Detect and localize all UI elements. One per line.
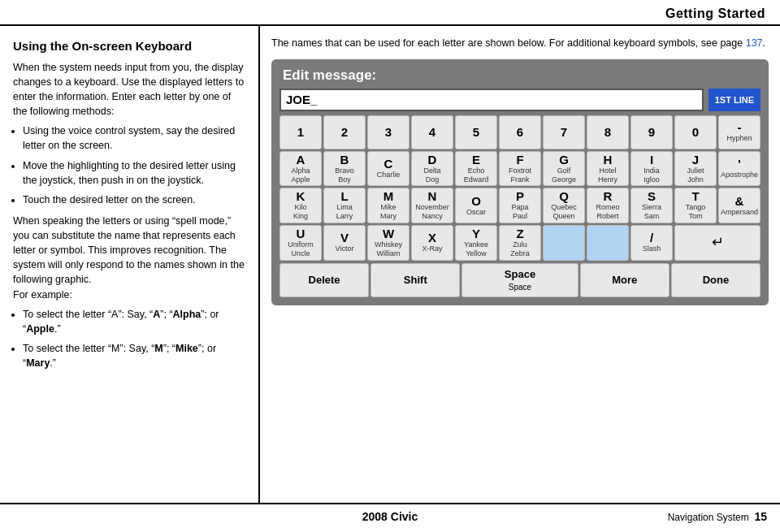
key-blank-1[interactable]: [543, 225, 585, 261]
shift-button[interactable]: Shift: [370, 263, 460, 297]
key-R[interactable]: R Romeo Robert: [587, 188, 629, 223]
spell-mode-text: When speaking the letters or using “spel…: [13, 214, 245, 302]
key-P[interactable]: P Papa Paul: [499, 188, 541, 223]
key-slash[interactable]: / Slash: [630, 225, 673, 261]
key-I[interactable]: I India Igloo: [630, 151, 673, 187]
key-8[interactable]: 8: [587, 115, 629, 149]
key-3[interactable]: 3: [367, 115, 410, 149]
example-list: To select the letter “A”: Say, “A”; “Alp…: [23, 307, 245, 371]
key-S[interactable]: S Sierra Sam: [630, 188, 673, 223]
list-item: Touch the desired letter on the screen.: [23, 192, 245, 207]
footer-center: 2008 Civic: [362, 510, 418, 523]
key-T[interactable]: T Tango Tom: [674, 188, 717, 223]
more-button[interactable]: More: [580, 263, 670, 297]
page-header: Getting Started: [0, 0, 780, 26]
letter-row-2: K Kilo King L Lima Larry M Mike Mary N N…: [280, 188, 760, 223]
key-N[interactable]: N November Nancy: [411, 188, 453, 223]
action-row: Delete Shift SpaceSpace More Done: [280, 263, 760, 297]
key-0[interactable]: 0: [674, 115, 717, 149]
key-W[interactable]: W Whiskey William: [367, 225, 410, 261]
left-intro: When the system needs input from you, th…: [13, 60, 245, 119]
key-A[interactable]: A Alpha Apple: [280, 151, 322, 187]
description-text: The names that can be used for each lett…: [271, 36, 769, 51]
list-item: To select the letter “A”: Say, “A”; “Alp…: [23, 307, 245, 336]
key-U[interactable]: U Uniform Uncle: [280, 225, 322, 261]
key-blank-2[interactable]: [587, 225, 629, 261]
key-C[interactable]: C Charlie: [367, 151, 410, 187]
key-enter[interactable]: ↵: [674, 225, 760, 261]
key-F[interactable]: F Foxtrot Frank: [499, 151, 541, 187]
key-1[interactable]: 1: [280, 115, 322, 149]
done-button[interactable]: Done: [671, 263, 760, 297]
list-item: Using the voice control system, say the …: [23, 123, 245, 153]
list-item: Move the highlighting to the desired let…: [23, 158, 245, 188]
key-7[interactable]: 7: [543, 115, 585, 149]
page-footer: 2008 Civic Navigation System 15: [0, 503, 780, 529]
key-Y[interactable]: Y Yankee Yellow: [455, 225, 497, 261]
key-apostrophe[interactable]: ' Apostrophe: [718, 151, 760, 187]
key-H[interactable]: H Hotel Henry: [587, 151, 629, 187]
page-link[interactable]: 137: [746, 37, 763, 49]
key-J[interactable]: J Juliet John: [674, 151, 717, 187]
bullet-list: Using the voice control system, say the …: [23, 123, 245, 207]
keyboard-title: Edit message:: [280, 67, 760, 84]
key-Q[interactable]: Q Quebec Queen: [543, 188, 585, 223]
key-X[interactable]: X X-Ray: [411, 225, 453, 261]
key-Z[interactable]: Z Zulu Zebra: [499, 225, 541, 261]
key-9[interactable]: 9: [630, 115, 673, 149]
page-title: Getting Started: [665, 6, 765, 20]
space-button[interactable]: SpaceSpace: [462, 263, 578, 297]
keyboard-container: Edit message: JOE_ 1ST LINE 1 2 3 4 5 6 …: [271, 59, 769, 305]
line-badge: 1ST LINE: [708, 89, 760, 111]
key-4[interactable]: 4: [411, 115, 453, 149]
main-content: Using the On-screen Keyboard When the sy…: [0, 26, 780, 503]
key-G[interactable]: G Golf George: [543, 151, 585, 187]
key-6[interactable]: 6: [499, 115, 541, 149]
list-item: To select the letter “M”: Say, “M”; “Mik…: [23, 341, 245, 370]
key-B[interactable]: B Bravo Boy: [323, 151, 366, 187]
key-E[interactable]: E Echo Edward: [455, 151, 497, 187]
letter-row-3: U Uniform Uncle V Victor W Whiskey Willi…: [280, 225, 760, 261]
number-row: 1 2 3 4 5 6 7 8 9 0 - Hyphen: [280, 115, 760, 149]
key-hyphen[interactable]: - Hyphen: [718, 115, 760, 149]
input-row: JOE_ 1ST LINE: [280, 89, 760, 111]
key-O[interactable]: O Oscar: [455, 188, 497, 223]
left-panel: Using the On-screen Keyboard When the sy…: [0, 26, 260, 503]
key-ampersand[interactable]: & Ampersand: [718, 188, 760, 223]
letter-row-1: A Alpha Apple B Bravo Boy C Charlie D De…: [280, 151, 760, 187]
key-D[interactable]: D Delta Dog: [411, 151, 453, 187]
delete-button[interactable]: Delete: [280, 263, 369, 297]
key-L[interactable]: L Lima Larry: [323, 188, 366, 223]
right-panel: The names that can be used for each lett…: [260, 26, 780, 503]
footer-right: Navigation System 15: [668, 510, 767, 523]
key-2[interactable]: 2: [323, 115, 366, 149]
key-K[interactable]: K Kilo King: [280, 188, 322, 223]
left-heading: Using the On-screen Keyboard: [13, 37, 245, 55]
input-display[interactable]: JOE_: [280, 89, 704, 111]
key-5[interactable]: 5: [455, 115, 497, 149]
key-M[interactable]: M Mike Mary: [367, 188, 410, 223]
key-V[interactable]: V Victor: [323, 225, 366, 261]
